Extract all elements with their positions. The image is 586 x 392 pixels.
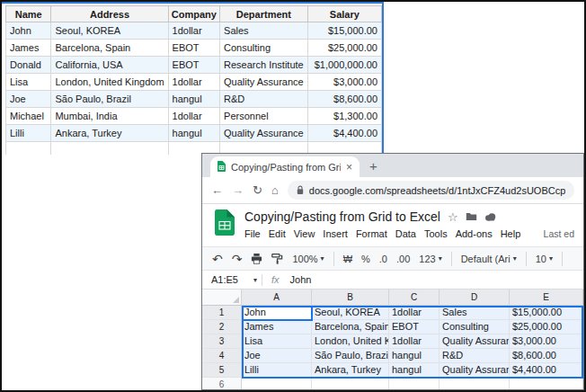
source-cell-department[interactable]: Research Institute (220, 57, 308, 74)
forward-icon[interactable]: → (232, 184, 244, 196)
menu-item[interactable]: Add-ons (456, 228, 493, 239)
source-table-row[interactable]: James Barcelona, Spain EBOT Consulting $… (6, 40, 382, 57)
font-size-select[interactable]: 10 ▾ (536, 254, 553, 264)
source-cell-salary[interactable]: $4,400.00 (307, 125, 381, 142)
source-table-row[interactable]: John Seoul, KOREA 1dollar Sales $15,000.… (6, 22, 382, 40)
increase-decimal-button[interactable]: .00 (396, 254, 410, 264)
source-column-header[interactable]: Department (220, 6, 308, 22)
sheet-cell[interactable]: Quality Assurance (440, 363, 510, 378)
source-cell-company[interactable]: hangul (168, 91, 220, 108)
font-select[interactable]: Default (Ari ▾ (461, 254, 517, 264)
menu-item[interactable]: Help (501, 228, 521, 239)
source-cell-name[interactable]: Joe (6, 91, 51, 108)
sheet-cell[interactable]: Ankara, Turkey (312, 363, 389, 378)
last-edit-link[interactable]: Last ed (544, 228, 576, 239)
source-cell-address[interactable]: Seoul, KOREA (51, 22, 168, 40)
menu-item[interactable]: Insert (323, 228, 348, 239)
row-number[interactable]: 2 (202, 320, 242, 334)
source-cell-name[interactable]: John (6, 22, 51, 40)
column-header[interactable]: B (312, 290, 389, 306)
source-table-row[interactable]: Donald California, USA EBOT Research Ins… (6, 57, 382, 74)
sheet-cell[interactable]: $15,000.00 (510, 306, 583, 320)
sheet-cell[interactable]: John (242, 306, 312, 320)
source-column-header[interactable]: Company (168, 6, 220, 22)
sheet-cell[interactable] (440, 378, 510, 389)
source-cell-name[interactable]: Donald (6, 57, 51, 74)
zoom-select[interactable]: 100% ▾ (292, 254, 324, 264)
browser-tab[interactable]: Copying/Pasting from Grid to E × (210, 156, 360, 177)
sheet-cell[interactable]: Consulting (440, 320, 510, 334)
source-cell-address[interactable]: Barcelona, Spain (51, 40, 168, 57)
source-table-row[interactable]: Michael Mumbai, India 1dollar Personnel … (6, 108, 382, 125)
sheet-cell[interactable]: R&D (440, 349, 510, 363)
source-cell-name[interactable]: Lilli (6, 125, 51, 142)
source-cell-address[interactable]: Ankara, Turkey (51, 125, 168, 142)
column-header[interactable]: C (389, 290, 440, 306)
undo-icon[interactable]: ↶ (212, 253, 223, 265)
reload-icon[interactable]: ↻ (253, 184, 262, 196)
source-cell-address[interactable]: São Paulo, Brazil (51, 91, 168, 108)
sheet-cell[interactable]: hangul (389, 349, 440, 363)
row-number[interactable]: 3 (202, 334, 242, 349)
source-cell-address[interactable]: London, United Kingdom (51, 74, 168, 91)
source-cell-department[interactable]: Quality Assurance (220, 125, 308, 142)
sheet-cell[interactable]: James (242, 320, 312, 334)
row-number[interactable]: 1 (202, 306, 242, 320)
name-box[interactable]: A1:E5 ▾ (202, 274, 262, 285)
source-table-row[interactable]: Lilli Ankara, Turkey hangul Quality Assu… (6, 125, 382, 142)
source-cell-salary[interactable]: $25,000.00 (307, 40, 381, 57)
source-cell-salary[interactable]: $3,000.00 (307, 74, 381, 91)
sheet-cell[interactable]: 1dollar (389, 334, 440, 349)
source-table-row[interactable]: Lisa London, United Kingdom 1dollar Qual… (6, 74, 382, 91)
column-header[interactable]: D (440, 290, 510, 306)
source-cell-address[interactable]: Mumbai, India (51, 108, 168, 125)
menu-item[interactable]: Format (356, 228, 387, 239)
sheet-cell[interactable]: São Paulo, Brazil (312, 349, 389, 363)
menu-item[interactable]: View (294, 228, 315, 239)
source-cell-address[interactable] (51, 142, 168, 156)
url-omnibox[interactable]: docs.google.com/spreadsheets/d/1ntJxCFZ4… (288, 181, 574, 200)
source-cell-company[interactable]: 1dollar (168, 22, 220, 40)
sheet-cell[interactable]: $4,400.00 (510, 363, 583, 378)
new-tab-button[interactable]: + (369, 159, 377, 173)
source-cell-department[interactable]: Sales (220, 22, 308, 40)
source-cell-department[interactable]: Quality Assurance (220, 74, 308, 91)
source-column-header[interactable]: Name (6, 6, 51, 22)
source-cell-company[interactable]: EBOT (168, 40, 220, 57)
source-cell-company[interactable]: EBOT (168, 57, 220, 74)
row-number[interactable]: 6 (202, 378, 242, 389)
sheet-cell[interactable]: $3,000.00 (510, 334, 583, 349)
format-percent-button[interactable]: % (361, 254, 370, 264)
sheet-cell[interactable]: Lilli (242, 363, 312, 378)
document-title[interactable]: Copying/Pasting from Grid to Excel (244, 209, 440, 224)
star-icon[interactable]: ☆ (448, 211, 458, 223)
home-icon[interactable]: ⌂ (271, 184, 279, 196)
source-cell-department[interactable]: Consulting (220, 40, 308, 57)
row-number[interactable]: 4 (202, 349, 242, 363)
decrease-decimal-button[interactable]: .0 (379, 254, 387, 264)
source-column-header[interactable]: Salary (307, 6, 381, 22)
sheet-cell[interactable]: Lisa (242, 334, 312, 349)
source-cell-salary[interactable]: $1,000,000.00 (307, 57, 381, 74)
tab-close-icon[interactable]: × (346, 162, 352, 173)
sheet-cell[interactable] (312, 378, 389, 389)
sheet-cell[interactable]: Barcelona, Spain (312, 320, 389, 334)
select-all-corner[interactable] (202, 290, 242, 306)
back-icon[interactable]: ← (211, 184, 223, 196)
source-cell-department[interactable]: Personnel (220, 108, 308, 125)
source-column-header[interactable]: Address (51, 6, 168, 22)
row-number[interactable]: 5 (202, 363, 242, 378)
sheet-cell[interactable]: Quality Assurance (440, 334, 510, 349)
source-cell-name[interactable]: James (6, 40, 51, 57)
sheet-cell[interactable]: $25,000.00 (510, 320, 583, 334)
format-currency-button[interactable]: ₩ (343, 254, 352, 264)
sheet-cell[interactable]: 1dollar (389, 306, 440, 320)
sheet-cell[interactable] (389, 378, 440, 389)
column-header[interactable]: E (510, 290, 583, 306)
source-cell-company[interactable]: hangul (168, 125, 220, 142)
column-header[interactable]: A (242, 290, 312, 306)
menu-item[interactable]: Tools (424, 228, 448, 239)
sheet-cell[interactable]: London, United Kingdom (312, 334, 389, 349)
source-cell-address[interactable]: California, USA (51, 57, 168, 74)
source-cell-name[interactable] (6, 142, 51, 156)
